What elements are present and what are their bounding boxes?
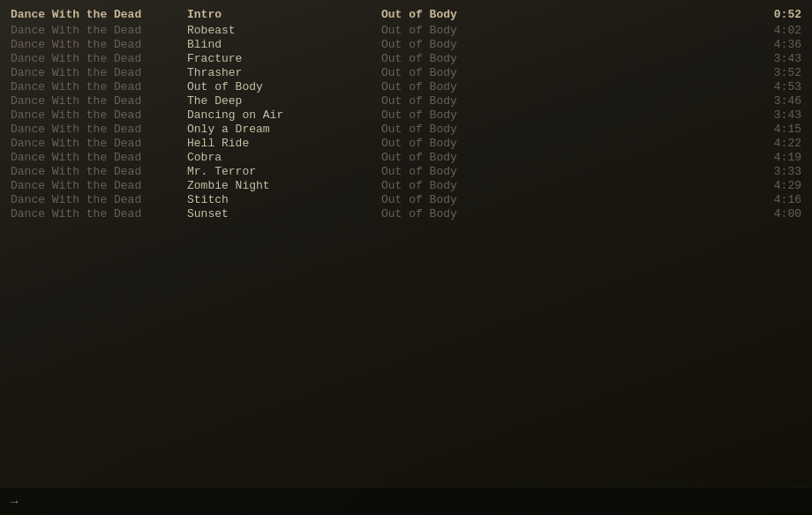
track-duration: 4:02 xyxy=(748,24,801,37)
track-album: Out of Body xyxy=(381,123,748,136)
track-artist: Dance With the Dead xyxy=(11,165,187,178)
track-artist: Dance With the Dead xyxy=(11,108,187,122)
table-row[interactable]: Dance With the DeadRobeastOut of Body4:0… xyxy=(0,23,812,37)
track-duration: 4:29 xyxy=(748,179,801,192)
track-artist: Dance With the Dead xyxy=(11,137,187,150)
track-album: Out of Body xyxy=(381,137,748,150)
play-icon: → xyxy=(11,495,18,509)
table-row[interactable]: Dance With the DeadThe DeepOut of Body3:… xyxy=(0,93,812,108)
track-title: Cobra xyxy=(187,151,381,164)
track-album: Out of Body xyxy=(381,179,748,192)
track-duration: 4:36 xyxy=(748,38,801,51)
track-duration: 3:43 xyxy=(748,52,801,65)
table-row[interactable]: Dance With the DeadThrasherOut of Body3:… xyxy=(0,65,812,79)
track-duration: 3:46 xyxy=(748,94,801,108)
track-title: Robeast xyxy=(187,24,381,37)
table-row[interactable]: Dance With the DeadBlindOut of Body4:36 xyxy=(0,37,812,51)
track-album: Out of Body xyxy=(381,108,748,122)
track-album: Out of Body xyxy=(381,165,748,178)
track-duration: 4:22 xyxy=(748,137,801,150)
track-duration: 3:43 xyxy=(748,108,801,122)
track-title: Sunset xyxy=(187,207,381,220)
track-duration: 4:19 xyxy=(748,151,801,164)
table-row[interactable]: Dance With the DeadMr. TerrorOut of Body… xyxy=(0,164,812,178)
track-title: Zombie Night xyxy=(187,179,381,192)
table-row[interactable]: Dance With the DeadHell RideOut of Body4… xyxy=(0,136,812,150)
header-duration: 0:52 xyxy=(748,8,801,21)
table-row[interactable]: Dance With the DeadOnly a DreamOut of Bo… xyxy=(0,122,812,136)
table-row[interactable]: Dance With the DeadDancing on AirOut of … xyxy=(0,108,812,122)
bottom-bar: → xyxy=(0,487,812,515)
track-artist: Dance With the Dead xyxy=(11,52,187,65)
track-title: Out of Body xyxy=(187,80,381,93)
track-artist: Dance With the Dead xyxy=(11,207,187,220)
track-artist: Dance With the Dead xyxy=(11,151,187,164)
track-title: Mr. Terror xyxy=(187,165,381,178)
track-title: Stitch xyxy=(187,193,381,206)
track-album: Out of Body xyxy=(381,24,748,37)
track-album: Out of Body xyxy=(381,193,748,206)
track-artist: Dance With the Dead xyxy=(11,193,187,206)
track-artist: Dance With the Dead xyxy=(11,24,187,37)
track-duration: 4:00 xyxy=(748,207,801,220)
track-title: Hell Ride xyxy=(187,137,381,150)
table-row[interactable]: Dance With the DeadStitchOut of Body4:16 xyxy=(0,192,812,206)
track-title: Thrasher xyxy=(187,66,381,79)
track-title: Only a Dream xyxy=(187,123,381,136)
track-duration: 4:53 xyxy=(748,80,801,93)
track-artist: Dance With the Dead xyxy=(11,179,187,192)
track-album: Out of Body xyxy=(381,66,748,79)
table-row[interactable]: Dance With the DeadZombie NightOut of Bo… xyxy=(0,178,812,192)
track-artist: Dance With the Dead xyxy=(11,38,187,51)
track-album: Out of Body xyxy=(381,80,748,93)
track-duration: 3:33 xyxy=(748,165,801,178)
track-artist: Dance With the Dead xyxy=(11,94,187,108)
track-list-header: Dance With the Dead Intro Out of Body 0:… xyxy=(0,7,812,21)
table-row[interactable]: Dance With the DeadFractureOut of Body3:… xyxy=(0,51,812,65)
track-title: Blind xyxy=(187,38,381,51)
track-album: Out of Body xyxy=(381,38,748,51)
track-album: Out of Body xyxy=(381,151,748,164)
track-album: Out of Body xyxy=(381,207,748,220)
track-artist: Dance With the Dead xyxy=(11,66,187,79)
track-title: The Deep xyxy=(187,94,381,108)
table-row[interactable]: Dance With the DeadCobraOut of Body4:19 xyxy=(0,150,812,164)
track-duration: 4:15 xyxy=(748,123,801,136)
header-artist: Dance With the Dead xyxy=(11,8,187,21)
table-row[interactable]: Dance With the DeadOut of BodyOut of Bod… xyxy=(0,79,812,93)
track-title: Fracture xyxy=(187,52,381,65)
track-title: Dancing on Air xyxy=(187,108,381,122)
track-list: Dance With the Dead Intro Out of Body 0:… xyxy=(0,0,812,228)
header-title: Intro xyxy=(187,8,381,21)
table-row[interactable]: Dance With the DeadSunsetOut of Body4:00 xyxy=(0,206,812,220)
track-duration: 3:52 xyxy=(748,66,801,79)
track-duration: 4:16 xyxy=(748,193,801,206)
track-album: Out of Body xyxy=(381,52,748,65)
track-artist: Dance With the Dead xyxy=(11,123,187,136)
header-album: Out of Body xyxy=(381,8,748,21)
track-artist: Dance With the Dead xyxy=(11,80,187,93)
track-album: Out of Body xyxy=(381,94,748,108)
